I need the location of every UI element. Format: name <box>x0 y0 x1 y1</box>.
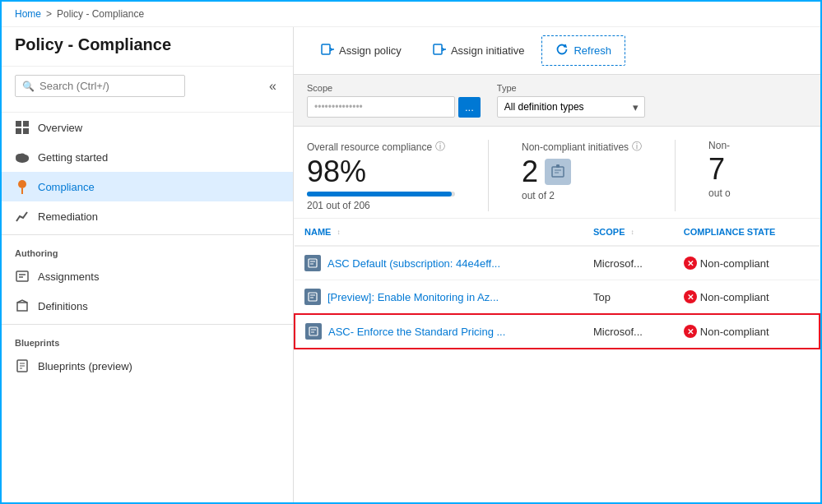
sidebar-item-definitions[interactable]: Definitions <box>2 291 293 321</box>
row1-compliance-state: ✕ Non-compliant <box>674 246 820 280</box>
non-compliant-sub: out o <box>708 187 731 199</box>
col-scope[interactable]: SCOPE ↕ <box>583 219 674 246</box>
table-row[interactable]: ASC Default (subscription: 44e4eff... Mi… <box>295 246 820 280</box>
row1-name-cell: ASC Default (subscription: 44e4eff... <box>304 255 574 271</box>
svg-rect-1 <box>23 121 29 127</box>
blueprints-section-header: Blueprints <box>2 328 293 351</box>
initiatives-icon <box>545 159 571 185</box>
overall-info-icon[interactable]: ⓘ <box>435 140 445 154</box>
refresh-label: Refresh <box>574 44 611 57</box>
sidebar-item-getting-started-label: Getting started <box>38 151 108 164</box>
table-row[interactable]: [Preview]: Enable Monitoring in Az... To… <box>295 280 820 315</box>
row3-badge: ✕ Non-compliant <box>684 325 809 338</box>
row2-name: [Preview]: Enable Monitoring in Az... <box>295 280 583 315</box>
name-sort-icon[interactable]: ↕ <box>337 229 340 236</box>
svg-rect-29 <box>556 164 560 168</box>
sidebar: Policy - Compliance 🔍 « Overview <box>2 27 294 502</box>
row3-icon <box>305 323 322 340</box>
page-title: Policy - Compliance <box>2 27 293 67</box>
initiatives-stat: Non-compliant initiatives ⓘ 2 out of 2 <box>522 140 676 211</box>
sidebar-item-compliance-label: Compliance <box>38 181 95 193</box>
type-select-wrapper: All definition types Policy Initiative <box>497 96 645 118</box>
type-filter: Type All definition types Policy Initiat… <box>497 83 645 118</box>
breadcrumb: Home > Policy - Compliance <box>2 2 820 27</box>
authoring-section-header: Authoring <box>2 238 293 261</box>
row2-error-icon: ✕ <box>684 290 697 303</box>
assign-policy-label: Assign policy <box>339 44 402 57</box>
stats-row: Overall resource compliance ⓘ 98% 201 ou… <box>294 127 820 219</box>
type-select[interactable]: All definition types Policy Initiative <box>497 96 645 118</box>
svg-rect-10 <box>16 271 28 281</box>
refresh-icon <box>555 43 569 58</box>
chart-icon <box>15 209 30 224</box>
sidebar-item-getting-started[interactable]: Getting started <box>2 142 293 172</box>
sidebar-item-remediation[interactable]: Remediation <box>2 201 293 231</box>
assign-initiative-button[interactable]: Assign initiative <box>419 35 539 66</box>
collapse-button[interactable]: « <box>266 76 280 97</box>
row2-icon <box>304 289 321 305</box>
refresh-button[interactable]: Refresh <box>541 35 625 66</box>
row3-error-icon: ✕ <box>684 325 697 338</box>
svg-rect-30 <box>309 259 317 267</box>
assign-policy-icon <box>321 43 334 58</box>
overall-progress-fill <box>307 192 452 197</box>
sidebar-item-compliance[interactable]: Compliance <box>2 172 293 201</box>
non-compliant-value: 7 <box>708 155 731 184</box>
row2-name-cell: [Preview]: Enable Monitoring in Az... <box>304 289 574 305</box>
assign-initiative-icon <box>433 43 446 58</box>
divider-1 <box>2 234 293 235</box>
scope-input[interactable] <box>307 96 455 118</box>
overall-progress-bar <box>307 192 455 197</box>
initiatives-value: 2 <box>522 157 642 187</box>
app-container: Home > Policy - Compliance Policy - Comp… <box>0 0 822 504</box>
svg-rect-22 <box>434 44 442 54</box>
scope-label: Scope <box>307 83 481 93</box>
svg-point-8 <box>18 180 26 188</box>
sidebar-item-blueprints-preview-label: Blueprints (preview) <box>38 360 132 372</box>
table-row[interactable]: ASC- Enforce the Standard Pricing ... Mi… <box>295 314 820 349</box>
box-icon <box>15 298 30 313</box>
table-header-row: NAME ↕ SCOPE ↕ COMPLIANCE STATE <box>295 219 820 246</box>
sidebar-item-definitions-label: Definitions <box>38 300 88 312</box>
search-icon: 🔍 <box>22 81 35 92</box>
row1-icon <box>304 255 321 271</box>
initiatives-label: Non-compliant initiatives ⓘ <box>522 140 642 154</box>
content-area: Assign policy Assign initiative Refresh <box>294 27 820 502</box>
row3-name-cell: ASC- Enforce the Standard Pricing ... <box>305 323 574 340</box>
overall-compliance-stat: Overall resource compliance ⓘ 98% 201 ou… <box>307 140 489 211</box>
row2-scope: Top <box>583 280 674 315</box>
overall-label: Overall resource compliance ⓘ <box>307 140 455 154</box>
overall-sub: 201 out of 206 <box>307 200 455 211</box>
assign-initiative-label: Assign initiative <box>451 44 525 57</box>
search-row: 🔍 « <box>2 67 293 113</box>
row1-scope: Microsof... <box>583 246 674 280</box>
assign-policy-button[interactable]: Assign policy <box>307 35 416 66</box>
initiatives-info-icon[interactable]: ⓘ <box>632 140 642 154</box>
svg-rect-2 <box>16 128 21 134</box>
row1-badge: ✕ Non-compliant <box>684 257 810 270</box>
col-compliance-state: COMPLIANCE STATE <box>674 219 820 246</box>
sidebar-item-overview[interactable]: Overview <box>2 113 293 142</box>
type-label: Type <box>497 83 645 93</box>
scope-input-row: ... <box>307 96 481 118</box>
col-name[interactable]: NAME ↕ <box>295 219 583 246</box>
search-input[interactable] <box>39 80 178 92</box>
data-table: NAME ↕ SCOPE ↕ COMPLIANCE STATE <box>294 219 820 502</box>
non-compliant-stat: Non- 7 out o <box>708 140 764 211</box>
svg-rect-13 <box>17 303 27 311</box>
grid-icon <box>15 120 30 135</box>
scope-filter: Scope ... <box>307 83 481 118</box>
breadcrumb-sep: > <box>46 8 52 20</box>
breadcrumb-home[interactable]: Home <box>15 8 41 20</box>
scope-button[interactable]: ... <box>458 97 481 118</box>
scope-sort-icon[interactable]: ↕ <box>631 229 634 236</box>
svg-rect-33 <box>309 293 317 301</box>
overall-value: 98% <box>307 157 455 187</box>
sidebar-item-assignments[interactable]: Assignments <box>2 261 293 291</box>
row3-name: ASC- Enforce the Standard Pricing ... <box>295 314 583 349</box>
row3-compliance-state: ✕ Non-compliant <box>674 314 820 349</box>
sidebar-item-blueprints-preview[interactable]: Blueprints (preview) <box>2 351 293 381</box>
svg-rect-3 <box>23 128 29 134</box>
row3-scope: Microsof... <box>583 314 674 349</box>
sidebar-item-assignments-label: Assignments <box>38 270 99 283</box>
